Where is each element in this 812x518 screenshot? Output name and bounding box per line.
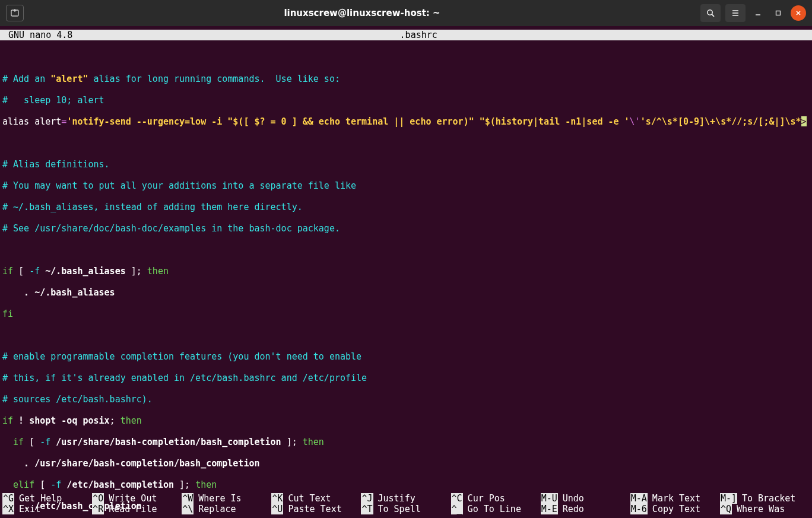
shortcut-label: Exit xyxy=(19,504,40,514)
shortcut-label: Undo xyxy=(563,493,584,504)
shortcut-key: ^T xyxy=(361,504,373,514)
shortcut-label: Copy Text xyxy=(652,504,700,514)
shortcut-key: ^\ xyxy=(182,504,194,514)
shortcut-label: Where Is xyxy=(198,493,241,504)
shortcut-key: M-A xyxy=(630,493,648,504)
shortcut-label: Mark Text xyxy=(652,493,700,504)
search-icon xyxy=(706,8,715,18)
shortcut-item[interactable]: ^OWrite Out xyxy=(92,493,182,504)
shortcut-key: M-U xyxy=(541,493,558,504)
shortcut-label: Replace xyxy=(198,504,236,514)
window-title: linuxscrew@linuxscrew-host: ~ xyxy=(24,8,700,18)
shortcut-item[interactable]: ^WWhere Is xyxy=(182,493,271,504)
shortcut-item[interactable]: ^RRead File xyxy=(92,504,182,514)
shortcut-item[interactable]: ^CCur Pos xyxy=(451,493,541,504)
shortcut-item[interactable]: ^KCut Text xyxy=(271,493,361,504)
search-button[interactable] xyxy=(700,4,721,22)
shortcut-item[interactable]: ^TTo Spell xyxy=(361,504,451,514)
close-icon xyxy=(795,9,802,17)
shortcut-item[interactable]: ^\Replace xyxy=(182,504,271,514)
shortcut-label: Justify xyxy=(378,493,415,504)
shortcut-label: To Spell xyxy=(378,504,421,514)
shortcut-key: ^_ xyxy=(451,504,463,514)
new-tab-button[interactable] xyxy=(6,5,24,21)
shortcut-label: To Bracket xyxy=(742,493,795,504)
window-titlebar: linuxscrew@linuxscrew-host: ~ xyxy=(0,0,812,26)
editor-content[interactable]: # Add an "alert" alias for long running … xyxy=(0,40,812,518)
shortcut-item[interactable]: ^QWhere Was xyxy=(720,504,810,514)
shortcut-item[interactable]: ^XExit xyxy=(2,504,92,514)
shortcut-key: M-] xyxy=(720,493,737,504)
shortcut-key: M-6 xyxy=(630,504,648,514)
svg-point-3 xyxy=(708,10,712,15)
shortcut-label: Redo xyxy=(563,504,584,514)
shortcut-label: Where Was xyxy=(737,504,785,514)
shortcut-label: Cut Text xyxy=(288,493,331,504)
shortcut-key: ^Q xyxy=(720,504,732,514)
shortcut-label: Go To Line xyxy=(468,504,521,514)
shortcut-key: ^X xyxy=(2,504,14,514)
nano-filename: .bashrc xyxy=(72,30,765,40)
shortcut-label: Cur Pos xyxy=(468,493,505,504)
shortcut-label: Write Out xyxy=(109,493,157,504)
shortcut-label: Read File xyxy=(109,504,157,514)
svg-line-4 xyxy=(712,14,714,17)
shortcut-label: Get Help xyxy=(19,493,62,504)
line-continuation-marker: > xyxy=(801,116,807,126)
hamburger-icon xyxy=(731,8,740,18)
shortcut-label: Paste Text xyxy=(288,504,341,514)
shortcut-item[interactable]: ^_Go To Line xyxy=(451,504,541,514)
menu-button[interactable] xyxy=(725,4,746,22)
shortcut-key: ^J xyxy=(361,493,373,504)
svg-rect-9 xyxy=(776,11,781,15)
shortcut-item[interactable]: ^JJustify xyxy=(361,493,451,504)
shortcut-key: ^W xyxy=(182,493,194,504)
nano-header-bar: GNU nano 4.8 .bashrc xyxy=(0,30,812,40)
shortcut-item[interactable]: M-UUndo xyxy=(541,493,630,504)
nano-app-version: GNU nano 4.8 xyxy=(0,30,72,40)
shortcut-item[interactable]: M-]To Bracket xyxy=(720,493,810,504)
minimize-icon xyxy=(754,9,762,17)
close-button[interactable] xyxy=(791,5,806,21)
shortcut-key: ^C xyxy=(451,493,463,504)
shortcut-key: ^G xyxy=(2,493,14,504)
shortcut-item[interactable]: ^UPaste Text xyxy=(271,504,361,514)
shortcut-item[interactable]: M-ERedo xyxy=(541,504,630,514)
shortcut-key: ^O xyxy=(92,493,104,504)
nano-shortcut-bar: ^GGet Help^OWrite Out^WWhere Is^KCut Tex… xyxy=(2,493,810,514)
terminal-tab-icon xyxy=(10,8,20,18)
shortcut-key: M-E xyxy=(541,504,558,514)
shortcut-item[interactable]: M-AMark Text xyxy=(630,493,720,504)
shortcut-item[interactable]: M-6Copy Text xyxy=(630,504,720,514)
maximize-button[interactable] xyxy=(770,5,786,21)
shortcut-key: ^K xyxy=(271,493,283,504)
code-text: # Add an xyxy=(2,74,50,84)
maximize-icon xyxy=(775,9,782,17)
minimize-button[interactable] xyxy=(750,5,766,21)
shortcut-item[interactable]: ^GGet Help xyxy=(2,493,92,504)
shortcut-key: ^U xyxy=(271,504,283,514)
shortcut-key: ^R xyxy=(92,504,104,514)
